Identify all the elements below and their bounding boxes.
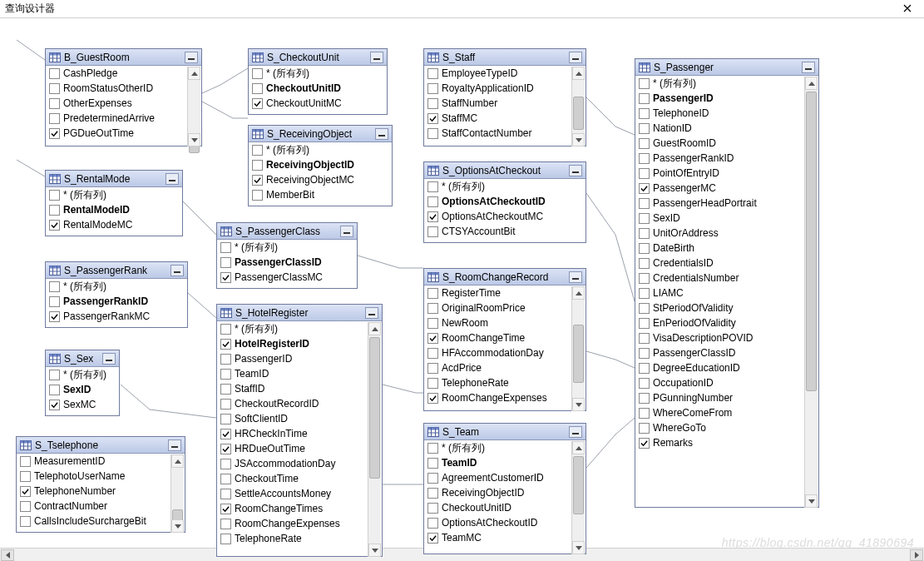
column-checkbox[interactable] [639,348,650,359]
column-checkbox[interactable] [49,128,60,139]
column-checkbox[interactable] [427,348,438,359]
column-row[interactable]: PassengerMC [635,181,803,196]
minimize-button[interactable] [802,62,815,73]
column-checkbox[interactable] [427,226,438,237]
table-panel-S_Passenger[interactable]: S_Passenger* (所有列)PassengerIDTelephoneID… [635,58,819,508]
minimize-button[interactable] [365,307,378,319]
column-checkbox[interactable] [639,153,650,164]
column-checkbox[interactable] [639,303,650,314]
scroll-down-button[interactable] [572,541,585,554]
column-checkbox[interactable] [49,83,60,94]
column-checkbox[interactable] [427,318,438,329]
column-checkbox[interactable] [427,98,438,109]
columns-list[interactable]: * (所有列)SexIDSexMC [46,367,119,415]
column-row[interactable]: TelephotoUserName [17,469,170,484]
column-row[interactable]: OriginalRoomPrice [424,300,571,315]
column-row[interactable]: TeamMC [424,530,571,545]
scroll-down-button[interactable] [188,133,200,146]
column-checkbox[interactable] [427,473,438,484]
table-header[interactable]: S_Tselephone [17,437,185,454]
column-row[interactable]: CheckoutUnitID [424,500,571,515]
column-checkbox[interactable] [220,459,231,469]
column-checkbox[interactable] [220,444,231,454]
minimize-button[interactable] [569,165,582,176]
column-row[interactable]: RentalModeMC [46,217,180,232]
column-row[interactable]: JSAccommodationDay [217,456,367,471]
column-row[interactable]: AcdPrice [424,360,571,375]
scrollbar-thumb[interactable] [806,92,817,391]
column-row[interactable]: RoyaltyApplicationID [424,81,571,96]
column-row[interactable]: RoomChangeExpenses [424,390,571,405]
column-row[interactable]: CheckoutUnitMC [249,96,385,111]
vertical-scrollbar[interactable] [187,67,200,146]
column-row[interactable]: UnitOrAddress [635,226,803,241]
column-row[interactable]: PassengerClassID [217,255,355,270]
column-checkbox[interactable] [49,205,60,216]
column-row[interactable]: * (所有列) [424,440,571,455]
column-checkbox[interactable] [639,138,650,149]
column-row[interactable]: LIAMC [635,285,803,300]
vertical-scrollbar[interactable] [571,67,585,146]
column-row[interactable]: PassengerRankID [635,151,803,166]
minimize-button[interactable] [569,426,582,438]
column-checkbox[interactable] [639,183,650,194]
scroll-up-button[interactable] [572,441,585,454]
column-row[interactable]: StaffContactNumber [424,126,571,141]
column-row[interactable]: NationID [635,121,803,136]
scrollbar-track[interactable] [368,335,381,544]
scroll-down-button[interactable] [805,494,818,508]
column-row[interactable]: Remarks [635,435,803,450]
scrollbar-thumb[interactable] [573,456,584,514]
column-checkbox[interactable] [220,242,231,253]
table-panel-S_Sex[interactable]: S_Sex* (所有列)SexIDSexMC [45,350,120,416]
vertical-scrollbar[interactable] [368,322,381,557]
table-panel-S_OptionsAtCheckout[interactable]: S_OptionsAtCheckout* (所有列)OptionsAtCheck… [423,161,586,243]
column-checkbox[interactable] [49,68,60,79]
scrollbar-track[interactable] [188,80,200,133]
minimize-button[interactable] [569,52,582,63]
column-checkbox[interactable] [639,228,650,239]
columns-list[interactable]: * (所有列)PassengerClassIDPassengerClassMC [217,240,357,288]
column-row[interactable]: RoomChangeTime [424,330,571,345]
column-checkbox[interactable] [220,369,231,380]
column-row[interactable]: * (所有列) [249,142,390,157]
column-row[interactable]: ReceivingObjectID [424,485,571,500]
table-header[interactable]: S_RoomChangeRecord [424,269,586,285]
scroll-down-button[interactable] [572,398,585,411]
column-row[interactable]: MeasurementID [17,454,170,469]
table-header[interactable]: S_Passenger [635,59,818,76]
column-checkbox[interactable] [220,272,231,283]
column-row[interactable]: NewRoom [424,315,571,330]
column-checkbox[interactable] [252,160,263,171]
column-row[interactable]: EnPeriodOfValidity [635,315,803,330]
column-row[interactable]: CredentialsID [635,256,803,271]
minimize-button[interactable] [370,52,383,63]
columns-list[interactable]: * (所有列)OptionsAtCheckoutIDOptionsAtCheck… [424,179,586,242]
column-row[interactable]: TeamID [217,366,367,381]
column-checkbox[interactable] [639,393,650,404]
column-row[interactable]: PassengerRankID [46,294,185,309]
column-checkbox[interactable] [639,333,650,344]
column-checkbox[interactable] [49,311,60,322]
column-row[interactable]: TelephoneID [635,106,803,121]
table-header[interactable]: S_Staff [424,49,586,66]
scrollbar-track[interactable] [572,300,585,398]
column-checkbox[interactable] [639,93,650,104]
column-row[interactable]: * (所有列) [46,279,185,294]
column-row[interactable]: PredeterminedArrive [46,111,186,126]
column-row[interactable]: PassengerClassID [635,345,803,360]
column-row[interactable]: StaffMC [424,111,571,126]
column-checkbox[interactable] [20,516,31,527]
column-row[interactable]: ReceivingObjectID [249,157,390,172]
minimize-button[interactable] [375,128,388,140]
column-checkbox[interactable] [427,533,438,544]
column-row[interactable]: ReceivingObjectMC [249,172,390,187]
column-row[interactable]: HotelRegisterID [217,336,367,351]
column-checkbox[interactable] [220,534,231,544]
column-row[interactable]: OptionsAtCheckoutID [424,194,584,209]
column-checkbox[interactable] [20,486,31,497]
table-header[interactable]: S_OptionsAtCheckout [424,162,586,179]
column-checkbox[interactable] [49,98,60,109]
scroll-up-button[interactable] [171,454,184,468]
column-checkbox[interactable] [427,393,438,404]
